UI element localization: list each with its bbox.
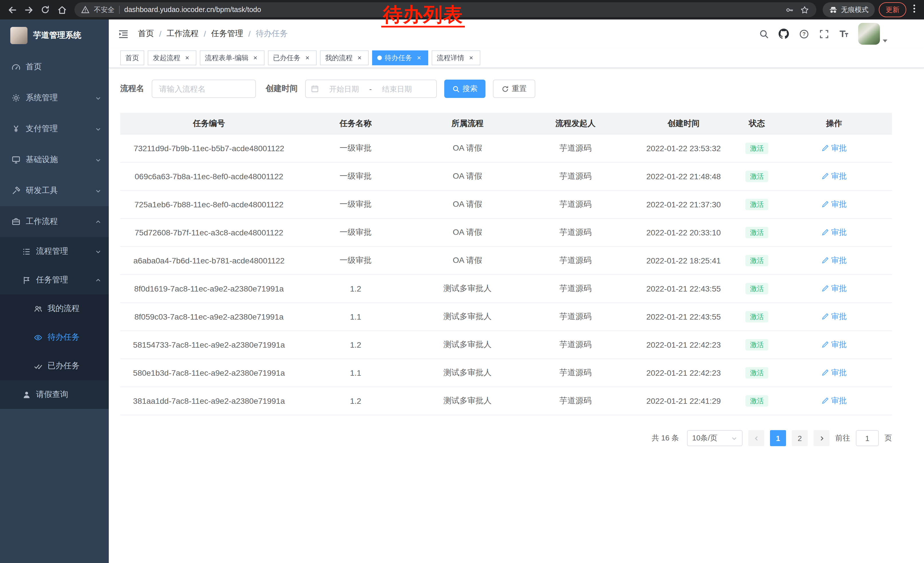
chevron-down-icon — [95, 157, 101, 163]
forward-icon[interactable] — [22, 3, 35, 16]
github-icon[interactable] — [778, 28, 789, 39]
tab-my-process[interactable]: 我的流程 × — [320, 50, 369, 65]
tab-label: 流程表单-编辑 — [205, 53, 249, 63]
sidebar-item-my-process[interactable]: 我的流程 — [0, 294, 109, 323]
breadcrumb-home[interactable]: 首页 — [138, 29, 154, 39]
search-icon[interactable] — [758, 28, 770, 39]
close-icon[interactable]: × — [356, 54, 363, 62]
sidebar-item-home[interactable]: 首页 — [0, 51, 109, 83]
tab-done-tasks[interactable]: 已办任务 × — [268, 50, 316, 65]
calendar-icon — [311, 85, 319, 93]
tab-home[interactable]: 首页 — [120, 50, 144, 65]
home-icon[interactable] — [56, 3, 68, 16]
flag-icon — [22, 275, 31, 285]
help-icon[interactable]: ? — [798, 28, 810, 39]
task-id-cell: 8f0d1619-7ac8-11ec-a9e2-a2380e71991a — [120, 275, 298, 303]
back-icon[interactable] — [6, 3, 18, 16]
tab-process-detail[interactable]: 流程详情 × — [432, 50, 480, 65]
tab-label: 待办任务 — [385, 53, 412, 63]
user-menu[interactable] — [858, 23, 887, 45]
end-date-input[interactable] — [374, 84, 420, 94]
approve-link[interactable]: 审批 — [822, 284, 847, 294]
reset-button[interactable]: 重置 — [493, 80, 535, 98]
breadcrumb-task-mgmt[interactable]: 任务管理 — [211, 29, 243, 39]
approve-link[interactable]: 审批 — [822, 143, 847, 153]
chevron-down-icon — [95, 188, 101, 194]
sidebar-item-system[interactable]: 系统管理 — [0, 83, 109, 113]
annotation-text: 待办列表 — [381, 5, 465, 27]
close-icon[interactable]: × — [467, 54, 475, 62]
tab-form-edit[interactable]: 流程表单-编辑 × — [200, 50, 264, 65]
fullscreen-icon[interactable] — [818, 28, 830, 39]
font-size-icon[interactable] — [838, 28, 850, 39]
task-name-cell: 一级审批 — [298, 191, 413, 219]
page-button-1[interactable]: 1 — [770, 430, 786, 446]
approve-link[interactable]: 审批 — [822, 396, 847, 406]
prev-page-button[interactable] — [748, 430, 764, 446]
sidebar-item-done-tasks[interactable]: 已办任务 — [0, 352, 109, 380]
page-size-select[interactable]: 10条/页 — [687, 430, 742, 446]
sidebar-item-payment[interactable]: 支付管理 — [0, 113, 109, 144]
task-id-cell: 58154733-7ac8-11ec-a9e2-a2380e71991a — [120, 331, 298, 359]
approve-link[interactable]: 审批 — [822, 199, 847, 210]
avatar[interactable] — [858, 23, 880, 45]
date-range-picker[interactable]: - — [305, 80, 437, 98]
close-icon[interactable]: × — [415, 54, 423, 62]
sidebar-item-workflow[interactable]: 工作流程 — [0, 206, 109, 237]
people-icon — [33, 304, 42, 313]
task-name-cell: 1.1 — [298, 303, 413, 331]
close-icon[interactable]: × — [303, 54, 311, 62]
person-icon — [22, 390, 31, 399]
status-cell: 激活 — [738, 331, 776, 359]
process-name-input[interactable] — [152, 80, 256, 98]
approve-link[interactable]: 审批 — [822, 368, 847, 378]
approve-link[interactable]: 审批 — [822, 255, 847, 266]
sidebar-item-task-mgmt[interactable]: 任务管理 — [0, 266, 109, 294]
action-cell: 审批 — [776, 162, 892, 191]
approve-link[interactable]: 审批 — [822, 227, 847, 238]
sidebar-item-label: 待办任务 — [48, 332, 80, 342]
column-header-initiator: 流程发起人 — [522, 113, 630, 134]
sidebar-item-devtools[interactable]: 研发工具 — [0, 175, 109, 206]
tab-todo-tasks[interactable]: 待办任务 × — [372, 50, 428, 65]
created-cell: 2022-01-22 18:25:41 — [630, 246, 737, 275]
search-button-label: 搜索 — [463, 84, 477, 94]
update-button[interactable]: 更新 — [879, 2, 906, 17]
browser-menu-icon[interactable] — [910, 4, 918, 15]
bookmark-star-icon[interactable] — [799, 5, 810, 15]
sidebar-item-infrastructure[interactable]: 基础设施 — [0, 144, 109, 175]
action-cell: 审批 — [776, 275, 892, 303]
status-cell: 激活 — [738, 275, 776, 303]
yen-icon — [12, 124, 21, 134]
breadcrumb-workflow[interactable]: 工作流程 — [166, 29, 199, 39]
tools-icon — [12, 186, 21, 195]
security-label[interactable]: 不安全 — [94, 5, 114, 15]
sidebar-item-process-mgmt[interactable]: 流程管理 — [0, 237, 109, 266]
task-id-cell: 75d72608-7b7f-11ec-a3c8-acde48001122 — [120, 219, 298, 246]
task-id-cell: a6aba0a4-7b6d-11ec-b781-acde48001122 — [120, 246, 298, 275]
approve-link[interactable]: 审批 — [822, 339, 847, 350]
sidebar-item-label: 基础设施 — [26, 155, 58, 165]
key-icon[interactable] — [784, 5, 795, 15]
sidebar-item-todo-tasks[interactable]: 待办任务 — [0, 323, 109, 352]
search-button[interactable]: 搜索 — [444, 80, 486, 98]
svg-text:?: ? — [802, 31, 805, 37]
table-row: a6aba0a4-7b6d-11ec-b781-acde48001122 一级审… — [120, 246, 892, 275]
tab-label: 首页 — [125, 53, 139, 63]
hamburger-icon[interactable] — [118, 29, 129, 39]
approve-link[interactable]: 审批 — [822, 171, 847, 182]
sidebar-item-leave-query[interactable]: 请假查询 — [0, 380, 109, 409]
goto-input[interactable] — [856, 430, 879, 446]
start-date-input[interactable] — [321, 84, 368, 94]
tab-start-process[interactable]: 发起流程 × — [148, 50, 196, 65]
page-button-2[interactable]: 2 — [792, 430, 808, 446]
reload-icon[interactable] — [39, 3, 51, 16]
range-separator: - — [369, 84, 372, 93]
approve-link[interactable]: 审批 — [822, 312, 847, 322]
created-cell: 2022-01-22 23:53:32 — [630, 134, 737, 162]
edit-icon — [822, 201, 829, 208]
close-icon[interactable]: × — [251, 54, 260, 62]
close-icon[interactable]: × — [183, 54, 191, 62]
next-page-button[interactable] — [813, 430, 830, 446]
task-id-cell: 069c6a63-7b8a-11ec-8ef0-acde48001122 — [120, 162, 298, 191]
